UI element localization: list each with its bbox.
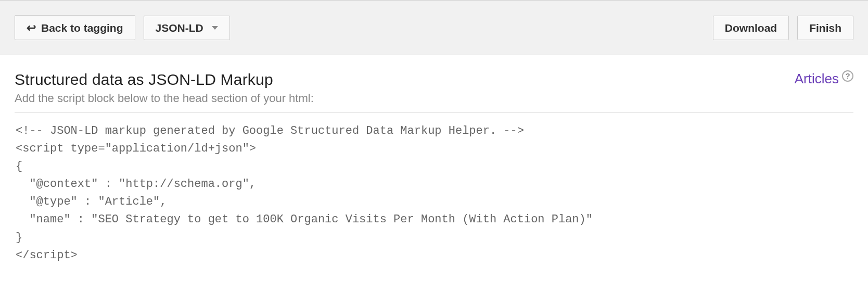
content-area: Structured data as JSON-LD Markup Add th… bbox=[0, 55, 868, 284]
page-title: Structured data as JSON-LD Markup bbox=[15, 71, 314, 89]
header-text: Structured data as JSON-LD Markup Add th… bbox=[15, 71, 314, 105]
articles-link[interactable]: Articles bbox=[795, 71, 839, 87]
header-row: Structured data as JSON-LD Markup Add th… bbox=[15, 71, 853, 105]
toolbar: ↩ Back to tagging JSON-LD Download Finis… bbox=[0, 0, 868, 55]
page-subtitle: Add the script block below to the head s… bbox=[15, 92, 314, 105]
articles-link-wrap: Articles ? bbox=[795, 71, 853, 87]
finish-button-label: Finish bbox=[809, 22, 841, 33]
back-to-tagging-button[interactable]: ↩ Back to tagging bbox=[15, 15, 135, 40]
download-button-label: Download bbox=[725, 22, 777, 33]
back-button-label: Back to tagging bbox=[41, 22, 123, 33]
back-arrow-icon: ↩ bbox=[27, 22, 36, 34]
finish-button[interactable]: Finish bbox=[797, 16, 853, 40]
format-dropdown[interactable]: JSON-LD bbox=[144, 16, 230, 40]
code-output[interactable]: <!-- JSON-LD markup generated by Google … bbox=[15, 113, 853, 274]
help-icon[interactable]: ? bbox=[842, 70, 853, 82]
format-dropdown-label: JSON-LD bbox=[156, 22, 203, 33]
chevron-down-icon bbox=[212, 26, 218, 30]
download-button[interactable]: Download bbox=[713, 16, 789, 40]
